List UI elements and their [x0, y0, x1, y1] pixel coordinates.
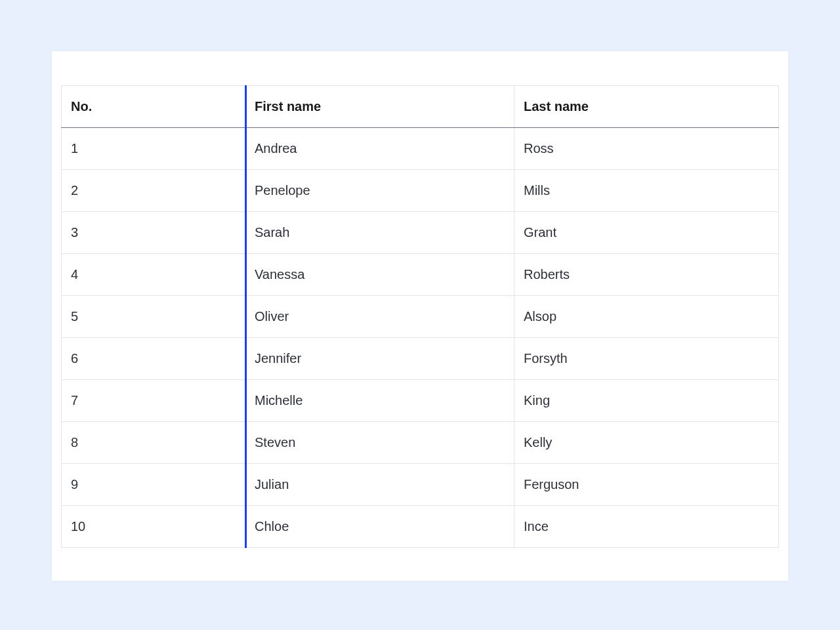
table-row[interactable]: 8 Steven Kelly — [62, 422, 779, 464]
cell-no: 5 — [62, 296, 245, 338]
table-row[interactable]: 9 Julian Ferguson — [62, 464, 779, 506]
table-row[interactable]: 1 Andrea Ross — [62, 128, 779, 170]
cell-last-name: Mills — [514, 170, 779, 212]
cell-no: 7 — [62, 380, 245, 422]
cell-last-name: Ferguson — [514, 464, 779, 506]
table-row[interactable]: 7 Michelle King — [62, 380, 779, 422]
column-header-first-name[interactable]: First name — [245, 86, 514, 128]
cell-first-name: Oliver — [245, 296, 514, 338]
cell-last-name: Ince — [514, 506, 779, 548]
cell-first-name: Chloe — [245, 506, 514, 548]
people-table: No. First name Last name 1 Andrea Ross 2… — [61, 85, 779, 548]
cell-no: 9 — [62, 464, 245, 506]
cell-last-name: Roberts — [514, 254, 779, 296]
cell-first-name: Michelle — [245, 380, 514, 422]
cell-first-name: Penelope — [245, 170, 514, 212]
table-row[interactable]: 6 Jennifer Forsyth — [62, 338, 779, 380]
cell-last-name: Forsyth — [514, 338, 779, 380]
table-header-row: No. First name Last name — [62, 86, 779, 128]
cell-no: 1 — [62, 128, 245, 170]
cell-last-name: Grant — [514, 212, 779, 254]
table-row[interactable]: 3 Sarah Grant — [62, 212, 779, 254]
cell-no: 8 — [62, 422, 245, 464]
cell-no: 10 — [62, 506, 245, 548]
table-row[interactable]: 10 Chloe Ince — [62, 506, 779, 548]
cell-last-name: Kelly — [514, 422, 779, 464]
cell-no: 4 — [62, 254, 245, 296]
table-row[interactable]: 2 Penelope Mills — [62, 170, 779, 212]
cell-no: 3 — [62, 212, 245, 254]
cell-last-name: Alsop — [514, 296, 779, 338]
column-resize-handle[interactable] — [245, 85, 247, 548]
cell-first-name: Steven — [245, 422, 514, 464]
table-row[interactable]: 5 Oliver Alsop — [62, 296, 779, 338]
cell-last-name: Ross — [514, 128, 779, 170]
cell-first-name: Vanessa — [245, 254, 514, 296]
cell-no: 2 — [62, 170, 245, 212]
cell-first-name: Jennifer — [245, 338, 514, 380]
table-row[interactable]: 4 Vanessa Roberts — [62, 254, 779, 296]
column-header-last-name[interactable]: Last name — [514, 86, 779, 128]
column-header-no[interactable]: No. — [62, 86, 245, 128]
cell-last-name: King — [514, 380, 779, 422]
cell-no: 6 — [62, 338, 245, 380]
content-card: No. First name Last name 1 Andrea Ross 2… — [52, 51, 788, 581]
table-wrapper: No. First name Last name 1 Andrea Ross 2… — [61, 85, 779, 548]
cell-first-name: Sarah — [245, 212, 514, 254]
cell-first-name: Julian — [245, 464, 514, 506]
cell-first-name: Andrea — [245, 128, 514, 170]
